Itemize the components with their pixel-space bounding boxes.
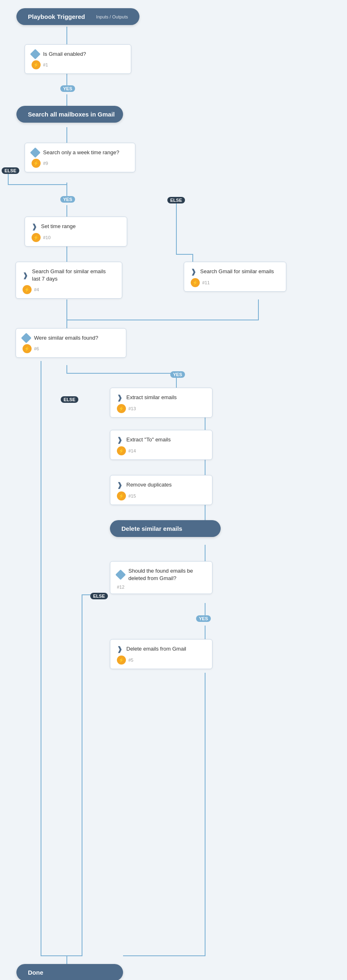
done-label: Done (28, 969, 43, 976)
delete-from-gmail-label: Delete emails from Gmail (126, 645, 186, 653)
were-similar-found-node: Were similar emails found? ⚡ #6 (16, 328, 126, 358)
step-num-11: #11 (202, 280, 210, 285)
remove-duplicates-label: Remove duplicates (126, 481, 172, 489)
search-similar-node: ❱ Search Gmail for similar emails ⚡ #11 (184, 262, 286, 292)
step-num-12: #12 (117, 585, 124, 589)
remove-duplicates-node: ❱ Remove duplicates ⚡ #15 (110, 475, 212, 505)
step-num-10: #10 (43, 235, 50, 240)
search-similar-7days-node: ❱ Search Gmail for similar emails last 7… (16, 262, 122, 299)
step-num-6: #6 (34, 346, 39, 351)
canvas: Playbook Triggered Inputs / Outputs Is G… (0, 0, 347, 980)
chevron-icon-5: ❱ (117, 645, 122, 653)
chevron-icon-10: ❱ (32, 223, 37, 231)
delete-from-gmail-node: ❱ Delete emails from Gmail ⚡ #5 (110, 639, 212, 669)
step-num-1: #1 (43, 62, 48, 67)
delete-similar-emails-label: Delete similar emails (121, 525, 182, 532)
lightning-icon-14: ⚡ (117, 446, 126, 455)
yes-label-3: YES (170, 371, 185, 378)
chevron-icon-4: ❱ (23, 272, 28, 279)
lightning-icon-9: ⚡ (32, 159, 41, 168)
step-num-4: #4 (34, 287, 39, 292)
delete-similar-emails-node[interactable]: Delete similar emails (110, 520, 221, 537)
set-time-range-label: Set time range (41, 223, 76, 230)
lightning-icon-10: ⚡ (32, 233, 41, 242)
is-gmail-enabled-node: Is Gmail enabled? ⚡ #1 (25, 44, 131, 74)
should-delete-node: Should the found emails be deleted from … (110, 561, 212, 594)
is-gmail-enabled-label: Is Gmail enabled? (43, 50, 86, 58)
step-num-13: #13 (128, 406, 136, 411)
else-label-3: ELSE (61, 396, 78, 403)
lightning-icon-11: ⚡ (191, 278, 200, 287)
condition-diamond-4 (115, 569, 126, 580)
lightning-icon-13: ⚡ (117, 404, 126, 413)
condition-diamond (30, 49, 40, 59)
condition-diamond-3 (21, 333, 31, 343)
done-node[interactable]: Done (16, 964, 123, 980)
extract-to-emails-label: Extract "To" emails (126, 436, 171, 443)
else-label-2: ELSE (167, 197, 185, 203)
yes-label-1: YES (60, 85, 75, 92)
search-only-week-label: Search only a week time range? (43, 149, 119, 156)
lightning-icon-15: ⚡ (117, 491, 126, 500)
lightning-icon-6: ⚡ (23, 344, 32, 353)
else-label-4: ELSE (90, 593, 108, 599)
step-num-14: #14 (128, 448, 136, 453)
search-similar-7days-label: Search Gmail for similar emails last 7 d… (32, 268, 115, 283)
playbook-triggered-node[interactable]: Playbook Triggered Inputs / Outputs (16, 8, 139, 25)
search-all-mailboxes-label: Search all mailboxes in Gmail (28, 111, 115, 118)
condition-diamond-2 (30, 147, 40, 158)
chevron-icon-11: ❱ (191, 268, 196, 276)
set-time-range-node: ❱ Set time range ⚡ #10 (25, 217, 127, 247)
search-only-week-node: Search only a week time range? ⚡ #9 (25, 143, 135, 172)
step-num-5: #5 (128, 658, 133, 662)
search-all-mailboxes-node[interactable]: Search all mailboxes in Gmail (16, 106, 123, 123)
chevron-icon-13: ❱ (117, 394, 122, 402)
were-similar-found-label: Were similar emails found? (34, 334, 98, 342)
search-similar-label: Search Gmail for similar emails (200, 268, 274, 275)
playbook-triggered-label: Playbook Triggered (28, 13, 85, 20)
yes-label-4: YES (196, 615, 211, 622)
extract-similar-node: ❱ Extract similar emails ⚡ #13 (110, 388, 212, 418)
step-num-15: #15 (128, 493, 136, 498)
lightning-icon-4: ⚡ (23, 285, 32, 294)
lightning-icon-5: ⚡ (117, 656, 126, 665)
lightning-icon-1: ⚡ (32, 60, 41, 69)
chevron-icon-15: ❱ (117, 481, 122, 489)
should-delete-label: Should the found emails be deleted from … (128, 567, 205, 582)
extract-to-emails-node: ❱ Extract "To" emails ⚡ #14 (110, 430, 212, 460)
step-num-9: #9 (43, 161, 48, 166)
else-label-1: ELSE (2, 167, 19, 174)
chevron-icon-14: ❱ (117, 436, 122, 444)
inputs-outputs-link[interactable]: Inputs / Outputs (96, 14, 128, 19)
yes-label-2: YES (60, 196, 75, 203)
extract-similar-label: Extract similar emails (126, 394, 177, 401)
